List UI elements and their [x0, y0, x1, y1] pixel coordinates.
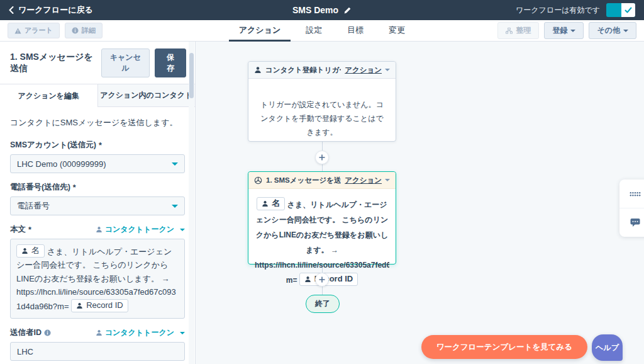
- end-node: 終了: [306, 295, 340, 313]
- chevron-down-icon: [623, 30, 628, 32]
- cancel-button[interactable]: キャンセル: [101, 48, 150, 77]
- grid-dots-icon: [630, 191, 641, 197]
- sitemap-icon: [506, 28, 513, 34]
- sms-account-select[interactable]: LHC Demo (000999999): [10, 154, 185, 173]
- integration-wheel-icon: [254, 176, 262, 185]
- contact-token-link-sender[interactable]: コンタクトトークン: [96, 327, 185, 338]
- back-to-workflows-link[interactable]: ワークフローに戻る: [9, 4, 93, 16]
- chevron-down-icon: [172, 162, 178, 166]
- secondary-toolbar: アラート 詳細 アクション 設定 目標 変更 整理 登録 その他: [0, 20, 644, 42]
- info-circle-icon: [72, 27, 79, 34]
- sender-id-value: LHC: [17, 347, 33, 356]
- details-label: 詳細: [82, 26, 96, 35]
- person-icon: [262, 200, 269, 207]
- workflow-status-label: ワークフローは有効です: [516, 5, 600, 16]
- trigger-node[interactable]: コンタクト登録トリガー アクション トリガーが設定されていません。コンタクトを手…: [248, 61, 396, 142]
- person-icon: [21, 247, 28, 254]
- tab-contacts-in-action[interactable]: アクション内のコンタクト: [98, 84, 196, 107]
- workflow-canvas[interactable]: コンタクト登録トリガー アクション トリガーが設定されていません。コンタクトを手…: [196, 42, 644, 364]
- sms-action-node[interactable]: 1. SMSメッセージを送信 アクション 名 さま、リトルヘルプ・エージェンシー…: [248, 171, 396, 264]
- tab-changes[interactable]: 変更: [379, 20, 415, 42]
- phone-value: 電話番号: [17, 200, 50, 212]
- enroll-label: 登録: [552, 25, 567, 36]
- save-button[interactable]: 保存: [155, 48, 186, 77]
- trigger-node-title: コンタクト登録トリガー: [265, 65, 341, 75]
- help-button[interactable]: ヘルプ: [592, 334, 623, 361]
- add-action-button[interactable]: [315, 273, 329, 287]
- sender-id-input[interactable]: LHC: [10, 342, 185, 361]
- chevron-down-icon: [385, 69, 390, 71]
- info-circle-icon: [44, 329, 51, 336]
- sms-preview-url: https://lhcn.li/line/source/63305a7fed67…: [255, 258, 389, 273]
- token-chip-first-name: 名: [257, 197, 285, 210]
- toggle-knob: [621, 3, 635, 17]
- panel-scrollbar-thumb[interactable]: [189, 53, 194, 98]
- sms-actions-menu[interactable]: アクション: [345, 176, 390, 185]
- warning-triangle-icon: [14, 28, 21, 34]
- contact-token-link-body[interactable]: コンタクトトークン: [96, 224, 185, 235]
- organize-button: 整理: [497, 22, 539, 39]
- person-icon: [96, 329, 103, 336]
- more-label: その他: [597, 25, 620, 36]
- comment-bubble-icon: [630, 218, 640, 227]
- top-bar: ワークフローに戻る SMS Demo ワークフローは有効です: [0, 0, 644, 20]
- tab-actions[interactable]: アクション: [229, 20, 291, 42]
- tab-settings[interactable]: 設定: [296, 20, 332, 42]
- edit-title-pencil-icon[interactable]: [343, 6, 352, 14]
- chevron-down-icon: [180, 229, 185, 231]
- comments-button[interactable]: [619, 208, 644, 237]
- minimap-toggle-button[interactable]: [619, 179, 644, 208]
- chevron-down-icon: [385, 179, 390, 181]
- sms-account-label: SMSアカウント(送信元) *: [10, 140, 185, 151]
- person-icon: [96, 226, 103, 233]
- tab-goals[interactable]: 目標: [337, 20, 374, 42]
- phone-select[interactable]: 電話番号: [10, 196, 185, 215]
- person-icon: [304, 276, 311, 283]
- phone-label: 電話番号(送信先) *: [10, 182, 185, 193]
- organize-label: 整理: [516, 25, 531, 36]
- sms-preview-m: m=: [286, 276, 297, 285]
- alerts-label: アラート: [25, 26, 53, 35]
- token-chip-record-id[interactable]: Record ID: [71, 299, 128, 312]
- details-button[interactable]: 詳細: [65, 23, 103, 38]
- workflow-title: SMS Demo: [292, 5, 338, 15]
- chevron-down-icon: [172, 205, 178, 208]
- sms-node-title: 1. SMSメッセージを送信: [266, 176, 341, 185]
- back-label: ワークフローに戻る: [18, 4, 93, 16]
- alerts-button[interactable]: アラート: [8, 23, 60, 38]
- workflow-active-toggle[interactable]: [606, 3, 635, 17]
- more-button[interactable]: その他: [589, 22, 636, 39]
- action-edit-panel: 1. SMSメッセージを送信 キャンセル 保存 アクションを編集 アクション内の…: [0, 42, 196, 364]
- chevron-down-icon: [180, 332, 185, 334]
- message-body-textarea[interactable]: 名 さま、リトルヘルプ・エージェンシー合同会社です。 こちらのリンクからLINE…: [10, 239, 185, 319]
- canvas-tools-panel: [619, 179, 644, 237]
- chevron-down-icon: [570, 30, 575, 32]
- body-label: 本文 *: [10, 224, 31, 235]
- action-description: コンタクトにSMSメッセージを送信します。: [10, 117, 185, 128]
- chevron-left-icon: [9, 6, 14, 14]
- panel-scrollbar[interactable]: [189, 42, 194, 364]
- person-icon: [254, 66, 262, 74]
- action-panel-title: 1. SMSメッセージを送信: [10, 52, 101, 74]
- enroll-button[interactable]: 登録: [544, 22, 584, 39]
- sender-id-label: 送信者ID: [10, 327, 51, 338]
- token-chip-first-name[interactable]: 名: [16, 244, 45, 258]
- add-action-button[interactable]: [315, 151, 329, 164]
- trigger-actions-menu[interactable]: アクション: [345, 65, 390, 75]
- tab-edit-action[interactable]: アクションを編集: [0, 84, 98, 107]
- workflow-templates-button[interactable]: ワークフローテンプレートを見てみる: [421, 335, 587, 359]
- trigger-node-body: トリガーが設定されていません。コンタクトを手動で登録することはできます。: [248, 79, 396, 159]
- sms-account-value: LHC Demo (000999999): [17, 159, 106, 169]
- person-icon: [76, 302, 83, 309]
